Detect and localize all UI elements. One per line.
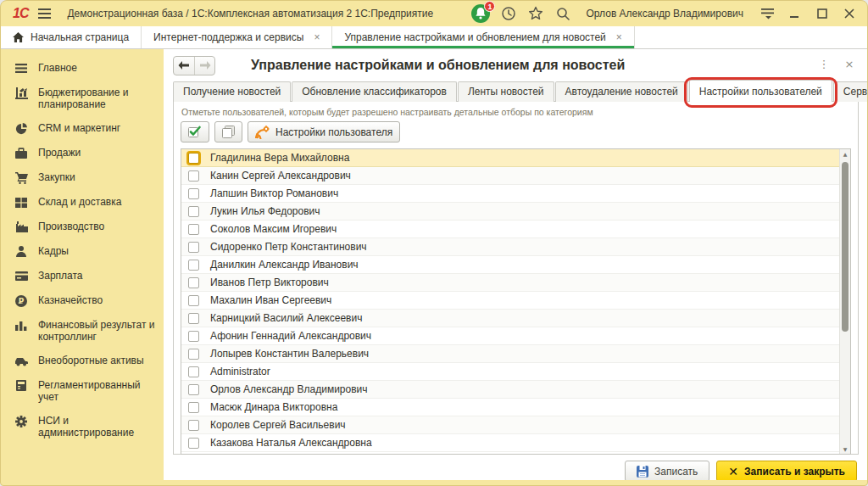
scrollbar-thumb[interactable] [842,162,849,332]
back-button[interactable] [174,57,194,75]
user-checkbox[interactable] [188,277,199,288]
save-button[interactable]: Записать [625,461,709,480]
user-settings-button[interactable]: Настройки пользователя [248,121,400,142]
user-row[interactable]: Administrator [181,363,839,381]
user-checkbox[interactable] [188,242,199,253]
user-checkbox[interactable] [188,349,199,360]
vertical-scrollbar[interactable]: ▲ ▼ [839,149,850,454]
sidebar-item-purchases[interactable]: Закупки [1,165,164,190]
tab-news-settings[interactable]: Управление настройками и обновлением для… [332,26,634,48]
tab-classifier-update[interactable]: Обновление классификаторов [292,81,457,102]
sidebar-item-finresult[interactable]: Финансовый результат и контроллинг [1,313,164,349]
tab-close-icon[interactable]: × [314,31,320,43]
check-all-button[interactable] [181,121,209,142]
user-row[interactable]: Лукин Илья Федорович [181,203,839,221]
car-icon [14,355,28,367]
search-icon[interactable] [554,4,572,23]
pie-chart-icon [14,122,28,135]
sidebar-item-hr[interactable]: Кадры [1,239,164,264]
notifications-button[interactable]: 1 [470,3,491,24]
tab-news-feeds[interactable]: Ленты новостей [458,81,554,102]
check-all-icon [188,126,202,138]
user-checkbox[interactable] [188,260,199,271]
scroll-up-icon[interactable]: ▲ [840,149,850,159]
sidebar-item-budgeting[interactable]: Бюджетирование и планирование [1,81,164,116]
close-window-button[interactable] [840,4,859,23]
user-checkbox[interactable] [188,188,199,199]
hamburger-menu-icon[interactable] [36,6,52,21]
tab-news-receiving[interactable]: Получение новостей [173,81,291,102]
sidebar-item-admin[interactable]: НСИ и администрирование [1,409,164,444]
form-title: Управление настройками и обновлением для… [251,58,625,73]
budget-chart-icon [14,87,28,99]
maximize-button[interactable] [813,4,832,23]
hint-text: Отметьте пользователей, которым будет ра… [181,106,851,121]
sections-sidebar: Главное Бюджетирование и планирование CR… [1,49,164,480]
sidebar-item-assets[interactable]: Внеоборотные активы [1,349,164,373]
user-row[interactable]: Орлов Александр Владимирович [181,381,839,399]
sidebar-item-treasury[interactable]: Р Казначейство [1,288,164,313]
save-and-close-button[interactable]: ✕ Записать и закрыть [716,461,857,480]
user-checkbox[interactable] [188,153,199,164]
svg-text:Р: Р [19,297,25,305]
history-icon[interactable] [499,4,518,23]
user-row[interactable]: Лапшин Виктор Романович [181,185,839,203]
user-checkbox[interactable] [188,384,199,395]
tab-home[interactable]: Начальная страница [1,26,142,48]
app-title: Демонстрационная база / 1С:Комплексная а… [67,8,433,20]
user-row[interactable]: Королев Сергей Васильевич [181,416,839,434]
sidebar-item-warehouse[interactable]: Склад и доставка [1,190,164,215]
tab-news-autodelete[interactable]: Автоудаление новостей [555,81,688,102]
user-row[interactable]: Афонин Геннадий Александрович [181,327,839,345]
minimize-button[interactable] [786,4,804,23]
scroll-down-icon[interactable]: ▼ [840,444,850,454]
close-form-icon[interactable]: × [843,58,855,70]
user-row[interactable]: Масюк Динара Викторовна [181,399,839,416]
user-row[interactable]: Иванов Петр Викторович [181,274,839,292]
person-icon [14,245,28,258]
current-user-name[interactable]: Орлов Александр Владимирович [586,8,743,20]
user-checkbox[interactable] [188,331,199,342]
user-row[interactable]: Казакова Наталья Александровна [181,434,839,452]
user-row[interactable]: Соколов Максим Игоревич [181,221,839,238]
uncheck-all-button[interactable] [214,121,242,142]
user-row[interactable]: Лопырев Константин Валерьевич [181,345,839,363]
titlebar: 1С Демонстрационная база / 1С:Комплексна… [1,1,867,26]
factory-icon [14,221,28,233]
user-checkbox[interactable] [188,224,199,235]
ruble-coin-icon: Р [14,294,28,307]
tab-internet-support[interactable]: Интернет-поддержка и сервисы × [142,26,332,48]
form-footer: Записать ✕ Записать и закрыть [173,455,859,480]
sidebar-item-sales[interactable]: Продажи [1,141,164,165]
user-checkbox[interactable] [188,295,199,306]
user-checkbox[interactable] [188,420,199,431]
user-checkbox[interactable] [188,170,199,182]
user-row[interactable]: Канин Сергей Александрович [181,167,839,185]
user-row[interactable]: Данилкин Александр Иванович [181,256,839,274]
user-checkbox[interactable] [188,438,199,449]
tab-close-icon[interactable]: × [616,31,622,43]
app-window: 1С Демонстрационная база / 1С:Комплексна… [0,0,868,486]
briefcase-icon [14,147,28,159]
form-header: Управление настройками и обновлением для… [173,53,859,77]
more-menu-icon[interactable]: ⋮ [818,58,830,70]
service-menu-icon[interactable] [759,4,777,23]
user-row[interactable]: Карницкий Василий Алексеевич [181,310,839,327]
favorites-star-icon[interactable] [526,4,545,23]
user-row[interactable]: Махалин Иван Сергеевич [181,292,839,310]
sidebar-item-regulated[interactable]: Регламентированный учет [1,373,164,409]
grid-icon [14,196,28,209]
user-checkbox[interactable] [188,206,199,217]
user-row[interactable]: Сидоренко Петр Константинович [181,238,839,256]
sidebar-item-main[interactable]: Главное [1,56,164,81]
user-checkbox[interactable] [188,313,199,324]
tab-service[interactable]: Сервис [833,81,867,102]
forward-button[interactable] [194,57,214,75]
sidebar-item-payroll[interactable]: Зарплата [1,264,164,288]
user-checkbox[interactable] [188,366,199,377]
user-checkbox[interactable] [188,402,199,413]
tab-user-settings[interactable]: Настройки пользователей [689,80,832,102]
sidebar-item-production[interactable]: Производство [1,215,164,239]
sidebar-item-crm[interactable]: CRM и маркетинг [1,116,164,141]
user-row[interactable]: Гладилина Вера Михайловна [181,149,839,167]
